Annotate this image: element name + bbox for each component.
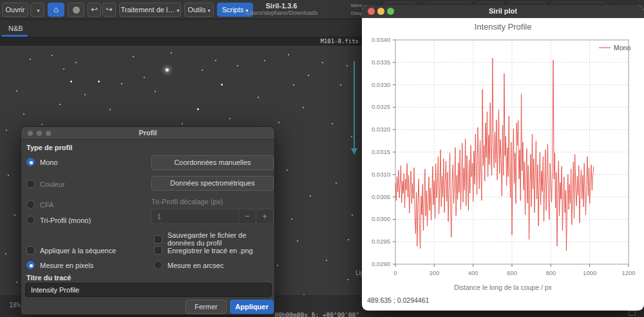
- plot-title-input[interactable]: Intensity Profile: [25, 283, 272, 297]
- radio-tri-profil[interactable]: Tri-Profil (mono): [26, 216, 91, 224]
- star: [221, 84, 223, 86]
- spinner-value: 1: [152, 209, 238, 224]
- star: [303, 107, 304, 108]
- tab-nb[interactable]: N&B: [8, 24, 23, 32]
- star: [291, 218, 292, 220]
- tab-active-underline: [2, 35, 28, 37]
- star: [14, 215, 15, 216]
- radio-icon: [26, 216, 35, 224]
- spinner-increment-button[interactable]: +: [256, 209, 273, 224]
- svg-text:0: 0: [393, 269, 397, 276]
- record-button[interactable]: [68, 3, 84, 17]
- spectrometric-data-button[interactable]: Données spectrométriques: [151, 176, 274, 191]
- star: [121, 83, 122, 84]
- star: [347, 279, 348, 280]
- x-axis-label: Distance le long de la coupe / px: [362, 283, 644, 291]
- intensity-profile-chart: 0200400600800100012000.02900.02950.03000…: [362, 32, 644, 283]
- tools-menu-button[interactable]: Outils▾: [184, 3, 214, 17]
- dialog-title: Profil: [21, 129, 274, 137]
- fits-filename: M101-8.fits: [320, 38, 359, 44]
- profile-arrowhead-icon: [351, 148, 357, 155]
- star: [84, 94, 86, 95]
- svg-text:0.0340: 0.0340: [372, 36, 390, 43]
- spinner-decrement-button[interactable]: −: [238, 209, 256, 224]
- chevron-down-icon: ▾: [37, 8, 39, 14]
- star: [336, 182, 337, 184]
- svg-text:0.0310: 0.0310: [372, 171, 390, 178]
- star: [182, 123, 183, 124]
- star: [98, 81, 100, 82]
- svg-text:1000: 1000: [583, 269, 596, 276]
- star: [351, 136, 352, 137]
- checkbox-save-data[interactable]: Sauvegarder le fichier de données du pro…: [154, 231, 274, 247]
- redo-button[interactable]: ↪: [102, 3, 116, 17]
- radio-mono[interactable]: Mono: [26, 158, 58, 166]
- star: [16, 90, 17, 91]
- star: [326, 260, 327, 261]
- star: [166, 68, 169, 72]
- radio-icon: [154, 261, 162, 269]
- star: [70, 81, 72, 82]
- processing-menu-button[interactable]: Traitement de l…▾: [119, 3, 181, 17]
- radio-couleur[interactable]: Couleur: [26, 180, 65, 188]
- redo-icon: ↪: [106, 5, 113, 14]
- profil-dialog: Profil Type de profil Mono Couleur CFA T…: [21, 126, 275, 315]
- svg-text:0.0325: 0.0325: [372, 103, 390, 110]
- star: [277, 265, 278, 266]
- radio-icon: [26, 261, 35, 269]
- radio-measure-arcsec[interactable]: Mesure en arcsec: [154, 261, 223, 269]
- star: [322, 62, 323, 63]
- star: [297, 240, 298, 242]
- manual-coordinates-button[interactable]: Coordonnées manuelles: [151, 155, 274, 170]
- checkbox-apply-sequence[interactable]: Appliquer à la séquence: [26, 246, 116, 255]
- svg-text:0.0300: 0.0300: [372, 215, 390, 222]
- star: [52, 55, 53, 56]
- star: [109, 109, 111, 110]
- svg-text:0.0315: 0.0315: [372, 148, 390, 155]
- svg-text:0.0330: 0.0330: [372, 81, 390, 88]
- radio-icon: [26, 200, 35, 209]
- svg-text:0.0305: 0.0305: [372, 193, 390, 200]
- open-button[interactable]: Ouvrir: [2, 3, 28, 17]
- svg-text:800: 800: [545, 269, 556, 276]
- plot-window-titlebar[interactable]: Siril plot: [362, 5, 644, 18]
- profile-line-arrow: [354, 61, 355, 149]
- zoom-level: 18%: [9, 302, 21, 309]
- svg-text:0.0295: 0.0295: [372, 238, 390, 245]
- star: [258, 97, 259, 98]
- close-button[interactable]: Fermer: [185, 300, 227, 314]
- plot-window-title: Siril plot: [362, 7, 644, 15]
- resize-grip[interactable]: [629, 311, 636, 316]
- star: [5, 253, 6, 255]
- screen: Ouvrir ▾ ⌂ ↩ ↪ Traitement de l…▾ Outils▾…: [0, 0, 644, 317]
- star: [16, 282, 17, 283]
- star: [310, 195, 311, 197]
- plot-title-label: Titre du tracé: [26, 274, 71, 282]
- plot-cursor-readout: 489.635 ; 0.0294461: [367, 296, 429, 304]
- radio-cfa[interactable]: CFA: [26, 200, 53, 209]
- star: [308, 75, 309, 76]
- star: [332, 123, 333, 124]
- undo-button[interactable]: ↩: [88, 3, 101, 17]
- checkbox-save-png[interactable]: Enregistrer le tracé en .png: [154, 246, 253, 255]
- star: [23, 113, 24, 115]
- radio-measure-pixels[interactable]: Mesure en pixels: [26, 261, 93, 269]
- star: [197, 108, 199, 110]
- checkbox-icon: [154, 246, 162, 255]
- star: [278, 122, 279, 123]
- svg-text:200: 200: [429, 269, 439, 276]
- star: [237, 65, 238, 66]
- siril-plot-window: Siril plot Intensity Profile 02004006008…: [362, 5, 644, 311]
- star: [287, 169, 288, 171]
- home-button[interactable]: ⌂: [48, 3, 64, 17]
- dialog-titlebar[interactable]: Profil: [21, 127, 274, 140]
- radio-icon: [26, 180, 35, 188]
- tri-offset-spinner[interactable]: 1 − +: [151, 209, 274, 224]
- legend-mono: Mono: [614, 44, 630, 52]
- open-dropdown-button[interactable]: ▾: [30, 3, 44, 17]
- apply-button[interactable]: Appliquer: [230, 300, 274, 314]
- checkbox-icon: [154, 235, 162, 244]
- star: [215, 60, 216, 61]
- star: [348, 239, 349, 240]
- record-icon: [73, 6, 80, 14]
